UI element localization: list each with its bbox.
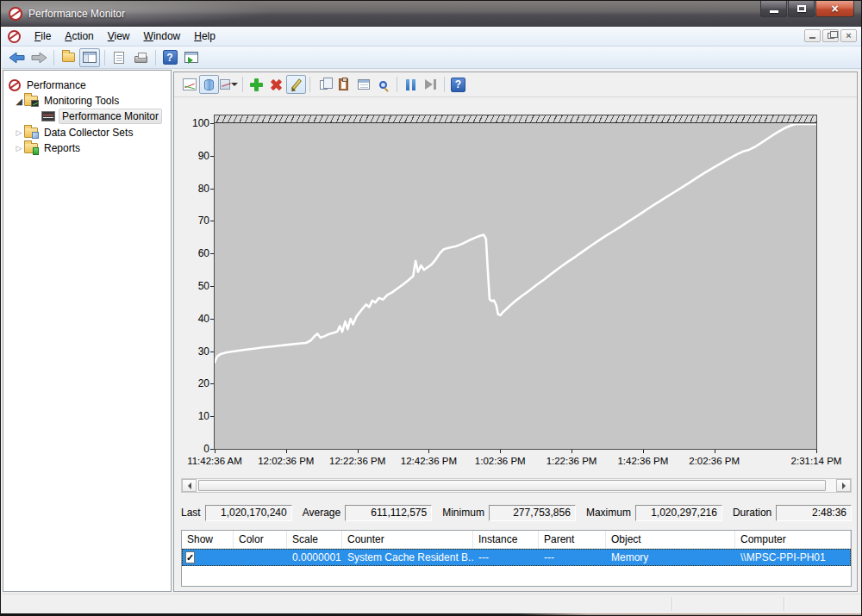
- maximize-button[interactable]: [788, 1, 815, 17]
- x-tick-mark: [715, 450, 715, 453]
- y-tick-label: 0: [184, 443, 209, 455]
- child-close-button[interactable]: ×: [840, 29, 857, 42]
- copy-icon: [320, 80, 328, 90]
- column-header-color[interactable]: Color: [234, 531, 287, 548]
- reports-folder-icon: [24, 143, 38, 153]
- export-button[interactable]: [58, 48, 78, 67]
- chart-help-button[interactable]: ?: [448, 75, 468, 94]
- column-header-scale[interactable]: Scale: [287, 531, 342, 548]
- counter-row-selected[interactable]: ✓ 0.0000001 System Cache Resident B... -…: [182, 549, 851, 566]
- x-tick-label: 1:42:36 PM: [617, 456, 668, 466]
- update-data-button[interactable]: [421, 75, 440, 94]
- child-restore-button[interactable]: [822, 29, 839, 42]
- x-tick-mark: [500, 450, 501, 453]
- graph-properties-button[interactable]: [353, 75, 373, 94]
- delete-counter-button[interactable]: [266, 75, 286, 94]
- close-button[interactable]: ×: [815, 1, 854, 17]
- console-tree-icon: [83, 52, 97, 63]
- y-tick-label: 100: [184, 117, 209, 129]
- add-counter-button[interactable]: [247, 75, 266, 94]
- expander-expanded-icon[interactable]: ◢: [14, 96, 24, 106]
- horizontal-scrollbar[interactable]: [181, 478, 852, 493]
- paste-counter-list-button[interactable]: [334, 75, 353, 94]
- duration-value: 2:48:36: [776, 505, 852, 521]
- x-tick-label: 2:02:36 PM: [689, 456, 740, 466]
- x-tick-mark: [816, 450, 817, 453]
- line-chart-icon: [183, 78, 197, 90]
- show-checkbox[interactable]: ✓: [185, 551, 195, 563]
- x-tick-label: 12:02:36 PM: [258, 456, 314, 466]
- y-tick-label: 70: [184, 215, 209, 227]
- performance-monitor-pane: ? 0102030405060708090100 11:42:36 AM12:0…: [173, 72, 858, 592]
- toolbar-separator: [397, 77, 397, 92]
- chart-toolbar: ?: [174, 72, 857, 97]
- tree-item-monitoring-tools[interactable]: ◢ Monitoring Tools: [14, 93, 122, 109]
- y-tick-label: 50: [184, 280, 209, 292]
- mmc-app-icon: [8, 30, 21, 43]
- x-tick-label: 12:42:36 PM: [401, 456, 457, 466]
- tree-item-label: Performance: [24, 78, 89, 92]
- counter-legend-table: Show Color Scale Counter Instance Parent…: [181, 530, 852, 587]
- new-window-button[interactable]: [181, 48, 202, 67]
- change-graph-type-button[interactable]: [219, 75, 239, 94]
- chart-plot-area[interactable]: [214, 115, 817, 450]
- column-header-parent[interactable]: Parent: [539, 531, 606, 548]
- chevron-down-icon: [231, 83, 238, 86]
- properties-doc-icon: [114, 52, 124, 64]
- column-header-counter[interactable]: Counter: [342, 531, 473, 548]
- show-console-tree-button[interactable]: [79, 48, 100, 67]
- tree-item-performance-monitor[interactable]: Performance Monitor: [41, 109, 162, 124]
- y-tick-mark: [210, 123, 214, 124]
- over-scale-hatch-band: [215, 115, 816, 123]
- last-value: 1,020,170,240: [205, 505, 292, 521]
- cell-object: Memory: [606, 551, 735, 563]
- status-separator: [784, 597, 784, 611]
- cell-scale: 0.0000001: [287, 551, 342, 563]
- back-button[interactable]: [7, 48, 28, 67]
- properties-button[interactable]: [109, 48, 129, 67]
- menu-window[interactable]: Window: [137, 28, 188, 45]
- y-tick-mark: [210, 352, 214, 352]
- print-button[interactable]: [130, 48, 151, 67]
- expander-collapsed-icon[interactable]: ▷: [14, 128, 24, 137]
- graph-type-icon: [220, 79, 230, 90]
- log-database-icon: [204, 79, 214, 90]
- column-header-object[interactable]: Object: [606, 531, 735, 548]
- minimize-button[interactable]: [760, 1, 787, 17]
- toolbar-separator: [155, 50, 156, 65]
- tree-item-data-collector-sets[interactable]: ▷ Data Collector Sets: [14, 125, 135, 140]
- scroll-left-button[interactable]: [182, 479, 197, 492]
- menu-action[interactable]: Action: [58, 28, 100, 45]
- window-title: Performance Monitor: [28, 8, 125, 20]
- menu-file[interactable]: File: [28, 28, 58, 45]
- y-tick-mark: [210, 319, 214, 320]
- minimize-icon: [770, 10, 778, 13]
- column-header-computer[interactable]: Computer: [735, 531, 851, 548]
- freeze-display-button[interactable]: [401, 75, 421, 94]
- menu-view[interactable]: View: [101, 28, 137, 45]
- highlight-button[interactable]: [286, 75, 306, 94]
- expander-collapsed-icon[interactable]: ▷: [14, 144, 24, 152]
- help-button[interactable]: ?: [159, 48, 180, 67]
- view-log-data-button[interactable]: [199, 75, 219, 94]
- legend-header-row: Show Color Scale Counter Instance Parent…: [182, 531, 851, 549]
- child-minimize-button[interactable]: [804, 29, 821, 42]
- titlebar: Performance Monitor ×: [1, 1, 861, 27]
- column-header-instance[interactable]: Instance: [473, 531, 539, 548]
- clipboard-icon: [339, 78, 348, 90]
- zoom-button[interactable]: [373, 75, 393, 94]
- menu-help[interactable]: Help: [187, 28, 222, 45]
- tree-item-reports[interactable]: ▷ Reports: [14, 140, 83, 156]
- forward-button[interactable]: [28, 48, 49, 67]
- chart-line-svg: [215, 124, 816, 450]
- tree-item-performance[interactable]: Performance: [9, 78, 89, 93]
- monitoring-tools-folder-icon: [24, 96, 38, 106]
- scrollbar-thumb[interactable]: [198, 480, 826, 491]
- scrollbar-track[interactable]: [197, 479, 836, 492]
- scroll-right-button[interactable]: [836, 479, 851, 492]
- arrow-right-icon: [842, 482, 846, 489]
- column-header-show[interactable]: Show: [182, 531, 234, 548]
- view-current-activity-button[interactable]: [179, 75, 199, 94]
- copy-properties-button[interactable]: [314, 75, 334, 94]
- y-tick-label: 20: [184, 377, 209, 389]
